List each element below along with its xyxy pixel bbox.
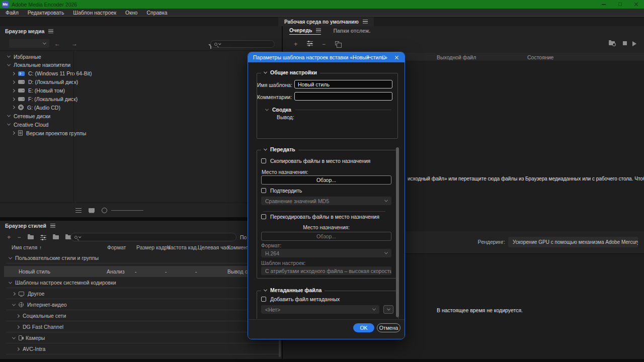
column-header-0[interactable]: Имя стиля [12,244,42,250]
chevron-right-icon[interactable] [12,106,15,109]
preset-group-row[interactable]: DG Fast Channel [0,321,280,332]
tree-item-2[interactable]: C: (Windows 11 Pro 64-Bit) [12,69,92,78]
remove-icon[interactable] [18,234,21,240]
format-dropdown[interactable]: H.264 [261,249,391,257]
chevron-right-icon[interactable] [16,347,20,350]
add-metadata-checkbox[interactable] [261,297,266,302]
add-icon[interactable] [7,234,11,240]
chevron-down-icon[interactable] [7,122,11,126]
chevron-right-icon[interactable] [12,89,15,93]
scrollbar-thumb[interactable] [279,340,281,357]
media-source-dropdown[interactable] [9,39,49,48]
chevron-right-icon[interactable] [12,131,15,135]
preset-dropdown[interactable]: С атрибутами исходного файла – высокая с… [261,266,391,275]
transcode-checkbox[interactable] [261,214,266,219]
workspace-menu-icon[interactable] [363,20,368,24]
remove-icon[interactable] [322,41,326,47]
preset-search-input[interactable] [83,234,233,240]
copy-files-checkbox[interactable] [261,158,266,163]
browse2-button[interactable]: Обзор... [261,232,391,241]
chevron-down-icon[interactable] [7,114,11,117]
chevron-right-icon[interactable] [16,325,20,328]
chevron-right-icon[interactable] [12,292,16,295]
minimize-button[interactable] [596,0,612,9]
preset-group-row[interactable]: Интернет-видео [0,299,280,310]
zoom-slider-track[interactable] [111,210,143,211]
import-icon[interactable] [53,235,59,239]
preset-group-row[interactable]: Камеры [0,332,280,343]
media-search-box[interactable] [210,40,275,48]
file-metadata-header[interactable]: Метаданные файла [261,287,325,293]
verify-method-dropdown[interactable]: Сравнение значений MD5 [261,197,391,205]
watch-folder-auto-icon[interactable] [609,41,615,45]
chevron-down-icon[interactable] [9,255,12,259]
chevron-down-icon[interactable] [7,54,11,58]
tree-item-8[interactable]: Creative Cloud [8,120,48,129]
menu-item-4[interactable]: Справка [142,10,172,16]
dialog-maximize-button[interactable] [377,52,389,62]
general-settings-header[interactable]: Общие настройки [261,69,320,75]
dialog-minimize-button[interactable] [363,52,375,62]
dialog-scroll-area[interactable]: Передать Скопировать файлы в место назна… [248,143,406,319]
chevron-right-icon[interactable] [12,72,15,75]
menu-item-0[interactable]: Файл [1,10,23,16]
thumbnail-view-icon[interactable] [89,208,95,212]
duplicate-icon[interactable] [335,41,339,45]
browse-button[interactable]: Обзор... [261,175,391,185]
start-queue-icon[interactable] [632,41,636,46]
tree-item-0[interactable]: Избранные [8,52,41,61]
maximize-button[interactable] [612,0,628,9]
metadata-file-dropdown[interactable]: <Нет> [261,305,379,314]
preset-group-row[interactable]: Шаблоны настроек системной кодировки [0,277,280,288]
tree-divider[interactable] [73,51,74,203]
dialog-close-button[interactable] [390,52,403,62]
workspace-tab[interactable]: Рабочая среда по умолчанию [278,17,374,26]
tab-queue[interactable]: Очередь [289,26,321,35]
chevron-down-icon[interactable] [9,280,12,284]
chevron-down-icon[interactable] [7,62,11,66]
summary-header[interactable]: Сводка [266,107,391,113]
chevron-down-icon[interactable] [12,335,16,339]
stop-icon[interactable] [623,41,627,45]
template-name-input[interactable] [294,80,392,88]
preset-group-row[interactable]: Пользовательские стили и группы [0,252,280,263]
tree-item-9[interactable]: Версии проектов группы [12,129,86,137]
verify-checkbox[interactable] [261,188,266,193]
forward-icon[interactable] [71,40,77,47]
tree-item-4[interactable]: E: (Новый том) [12,86,65,95]
preset-group-row[interactable]: AVC-Intra [0,343,280,354]
preset-search-box[interactable] [70,233,236,241]
zoom-slider-handle[interactable] [102,208,107,213]
column-header-1[interactable]: Формат [107,244,126,250]
tree-item-6[interactable]: G: (Audio CD) [12,103,60,112]
tab-watch-folders[interactable]: Папки отслеж. [333,26,370,35]
preset-row[interactable]: Новый стильАнализ---Вывод с высок [4,266,280,277]
queue-column-0[interactable]: Выходной файл [437,54,476,60]
new-group-icon[interactable] [28,235,34,239]
tree-item-5[interactable]: F: (Локальный диск) [12,95,77,104]
chevron-right-icon[interactable] [12,97,15,101]
back-icon[interactable] [54,40,60,47]
queue-column-1[interactable]: Состояние [527,54,553,60]
tree-item-1[interactable]: Локальные накопители [8,61,70,69]
panel-menu-icon[interactable] [48,29,53,33]
transfer-header[interactable]: Передать [261,146,298,152]
list-view-icon[interactable] [75,208,82,213]
preset-group-row[interactable]: Другое [0,288,280,299]
comments-input[interactable] [294,92,392,101]
metadata-options-button[interactable] [383,305,393,314]
preset-group-row[interactable]: Социальные сети [0,310,280,321]
settings-icon[interactable] [40,235,46,240]
menu-item-3[interactable]: Окно [121,10,142,16]
tree-item-3[interactable]: D: (Локальный диск) [12,78,78,86]
column-header-2[interactable]: Размер кадра [136,244,170,250]
panel-menu-icon[interactable] [50,224,55,228]
panel-menu-icon[interactable] [316,28,321,32]
ok-button[interactable]: OK [353,323,374,332]
chevron-down-icon[interactable] [12,302,16,306]
menu-item-1[interactable]: Редактировать [23,10,69,16]
add-preset-icon[interactable] [307,41,313,46]
add-icon[interactable] [294,41,298,47]
chevron-right-icon[interactable] [12,80,15,84]
renderer-dropdown[interactable]: Ускорение GPU с помощью механизма Adobe … [508,237,638,247]
